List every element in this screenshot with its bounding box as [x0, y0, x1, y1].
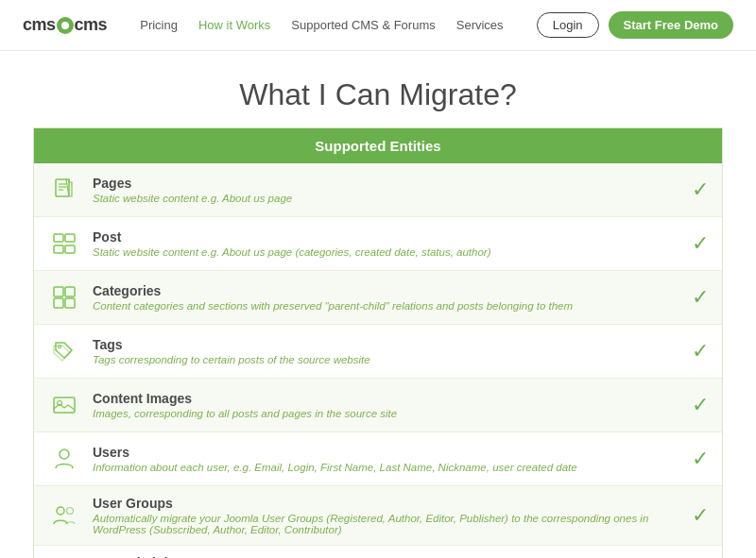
row-title: Categories	[93, 283, 682, 298]
checkmark-icon: ✓	[692, 285, 709, 310]
row-title: Content Images	[93, 391, 682, 406]
svg-rect-10	[65, 287, 75, 296]
table-row: Internal Links Links contained in the po…	[34, 546, 722, 558]
checkmark-icon: ✓	[692, 178, 709, 202]
row-desc: Automatically migrate your Joomla User G…	[93, 513, 682, 535]
table-row: Categories Content categories and sectio…	[34, 271, 722, 325]
row-desc: Content categories and sections with pre…	[93, 300, 682, 312]
svg-point-16	[60, 449, 69, 459]
section-header: Supported Entities	[34, 128, 722, 163]
tags-icon	[47, 334, 81, 368]
table-row: Post Static website content e.g. About u…	[34, 217, 722, 271]
svg-rect-14	[54, 397, 75, 413]
row-desc: Static website content e.g. About us pag…	[93, 193, 682, 204]
header-actions: Login Start Free Demo	[537, 11, 733, 39]
row-content: Categories Content categories and sectio…	[93, 283, 682, 312]
table-row: Pages Static website content e.g. About …	[34, 163, 722, 217]
svg-point-17	[57, 507, 64, 515]
row-desc: Images, corresponding to all posts and p…	[93, 408, 682, 419]
row-title: Post	[93, 229, 682, 245]
svg-rect-9	[54, 287, 63, 296]
table-row: User Groups Automatically migrate your J…	[34, 486, 722, 546]
row-title: Users	[93, 445, 682, 460]
row-content: User Groups Automatically migrate your J…	[93, 496, 682, 535]
site-header: cms cms Pricing How it Works Supported C…	[0, 0, 756, 51]
nav-supported-cms[interactable]: Supported CMS & Forums	[291, 18, 435, 32]
users-icon	[47, 442, 81, 476]
row-title: User Groups	[93, 496, 682, 511]
table-row: Users Information about each user, e.g. …	[34, 432, 722, 486]
row-desc: Tags corresponding to certain posts of t…	[93, 354, 682, 365]
login-button[interactable]: Login	[537, 12, 599, 38]
nav-pricing[interactable]: Pricing	[140, 18, 178, 32]
svg-rect-8	[65, 245, 75, 253]
nav-services[interactable]: Services	[456, 18, 504, 32]
nav-how-it-works[interactable]: How it Works	[198, 18, 270, 32]
row-desc: Information about each user, e.g. Email,…	[93, 462, 682, 473]
svg-rect-11	[54, 298, 63, 308]
row-title: Pages	[93, 176, 682, 191]
row-title: Tags	[93, 337, 682, 352]
page-title: What I Can Migrate?	[0, 51, 756, 127]
svg-rect-12	[65, 298, 75, 308]
logo-circle-icon	[57, 17, 74, 34]
demo-button[interactable]: Start Free Demo	[609, 11, 733, 39]
logo-text-right: cms	[75, 15, 108, 35]
checkmark-icon: ✓	[692, 393, 709, 417]
categories-icon	[47, 280, 81, 314]
checkmark-icon: ✓	[692, 447, 709, 471]
row-content: Tags Tags corresponding to certain posts…	[93, 337, 682, 365]
svg-rect-7	[54, 245, 63, 253]
svg-rect-5	[54, 234, 63, 242]
user-groups-icon	[47, 499, 81, 533]
logo[interactable]: cms cms	[23, 15, 107, 35]
post-icon	[47, 227, 81, 261]
main-nav: Pricing How it Works Supported CMS & For…	[140, 18, 503, 32]
checkmark-icon: ✓	[692, 231, 709, 256]
checkmark-icon: ✓	[692, 339, 709, 364]
svg-rect-6	[65, 234, 75, 242]
row-content: Post Static website content e.g. About u…	[93, 229, 682, 258]
row-desc: Static website content e.g. About us pag…	[93, 246, 682, 258]
row-content: Users Information about each user, e.g. …	[93, 445, 682, 473]
row-content: Pages Static website content e.g. About …	[93, 176, 682, 204]
table-row: Tags Tags corresponding to certain posts…	[34, 325, 722, 379]
images-icon	[47, 388, 81, 422]
table-row: Content Images Images, corresponding to …	[34, 379, 722, 432]
row-content: Content Images Images, corresponding to …	[93, 391, 682, 419]
checkmark-icon: ✓	[692, 503, 709, 528]
svg-point-18	[67, 508, 74, 515]
logo-text-left: cms	[23, 15, 56, 35]
page-icon	[47, 173, 81, 207]
supported-entities-table: Supported Entities Pages Static website …	[33, 127, 723, 558]
